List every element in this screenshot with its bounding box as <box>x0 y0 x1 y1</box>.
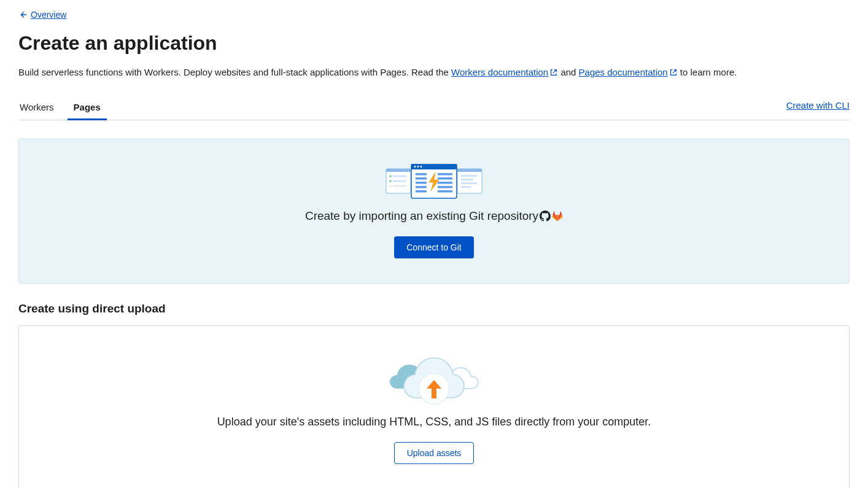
subtitle-after: to learn more. <box>680 67 737 77</box>
github-icon <box>540 211 551 222</box>
gitlab-icon <box>552 211 563 222</box>
svg-rect-25 <box>416 186 427 188</box>
direct-upload-heading: Create using direct upload <box>18 302 850 316</box>
svg-point-16 <box>414 166 416 168</box>
cloud-upload-illustration-icon <box>388 351 480 406</box>
git-import-card: Create by importing an existing Git repo… <box>18 139 850 284</box>
svg-point-6 <box>389 185 392 187</box>
external-link-icon <box>669 67 678 81</box>
connect-to-git-button[interactable]: Connect to Git <box>394 236 474 258</box>
svg-point-18 <box>420 166 422 168</box>
upload-desc: Upload your site's assets including HTML… <box>217 416 651 428</box>
pages-doc-link[interactable]: Pages documentation <box>579 67 668 77</box>
git-card-title: Create by importing an existing Git repo… <box>305 209 563 223</box>
direct-upload-card: Upload your site's assets including HTML… <box>18 325 850 489</box>
svg-rect-9 <box>457 169 482 172</box>
svg-rect-20 <box>438 173 452 176</box>
tab-workers[interactable]: Workers <box>18 96 55 120</box>
svg-rect-28 <box>438 190 452 193</box>
svg-rect-26 <box>438 186 452 188</box>
svg-point-17 <box>417 166 419 168</box>
back-overview-link[interactable]: Overview <box>18 10 66 20</box>
svg-rect-23 <box>416 182 427 184</box>
svg-rect-22 <box>438 177 452 180</box>
arrow-left-icon <box>18 10 27 19</box>
svg-rect-8 <box>457 169 482 193</box>
page-subtitle: Build serverless functions with Workers.… <box>18 66 850 81</box>
svg-rect-13 <box>461 186 471 188</box>
svg-rect-21 <box>416 177 427 180</box>
workers-doc-link[interactable]: Workers documentation <box>451 67 548 77</box>
subtitle-middle: and <box>560 67 578 77</box>
svg-point-2 <box>389 175 392 177</box>
back-link-label: Overview <box>31 10 66 20</box>
git-illustration-icon <box>385 164 483 199</box>
svg-rect-24 <box>438 182 452 184</box>
external-link-icon <box>549 67 558 81</box>
subtitle-before: Build serverless functions with Workers.… <box>18 67 451 77</box>
svg-rect-1 <box>386 169 411 172</box>
upload-assets-button[interactable]: Upload assets <box>394 442 475 464</box>
svg-point-4 <box>389 180 392 182</box>
tabs-row: Workers Pages Create with CLI <box>18 96 850 120</box>
svg-rect-11 <box>461 179 473 180</box>
svg-rect-10 <box>461 175 477 177</box>
create-with-cli-link[interactable]: Create with CLI <box>786 100 850 115</box>
page-title: Create an application <box>18 32 850 55</box>
tabs: Workers Pages <box>18 96 102 120</box>
svg-rect-12 <box>461 182 477 184</box>
tab-pages[interactable]: Pages <box>72 96 102 120</box>
svg-rect-5 <box>393 180 406 182</box>
svg-rect-7 <box>393 185 406 187</box>
git-card-title-text: Create by importing an existing Git repo… <box>305 209 538 223</box>
svg-rect-19 <box>416 173 427 176</box>
svg-rect-27 <box>416 190 427 193</box>
svg-rect-3 <box>393 175 406 177</box>
